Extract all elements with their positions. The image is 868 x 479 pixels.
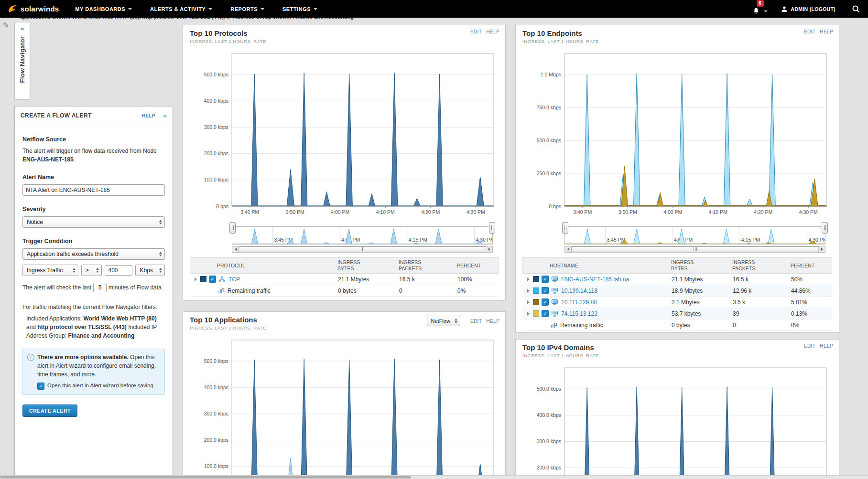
trigger-condition-heading: Trigger Condition — [22, 238, 165, 245]
nav-menu-reports[interactable]: REPORTS — [230, 6, 264, 12]
svg-text:200.0 kbps: 200.0 kbps — [204, 437, 228, 443]
nav-menu-label: ALERTS & ACTIVITY — [150, 6, 206, 12]
traffic-direction-select[interactable]: Ingress Traffic — [22, 265, 78, 276]
threshold-input[interactable] — [105, 265, 132, 276]
row-link[interactable]: 10.199.14.118 — [561, 287, 597, 294]
row-checkbox[interactable]: ✓ — [542, 276, 549, 283]
nav-menu-alerts-activity[interactable]: ALERTS & ACTIVITY — [150, 6, 212, 12]
row-name-cell: Remaining traffic — [522, 322, 672, 329]
svg-text:500.0 kbps: 500.0 kbps — [204, 358, 228, 364]
row-name-cell: ✓TCP — [190, 276, 338, 283]
chart-scrollbar[interactable] — [564, 246, 825, 253]
row-link[interactable]: ENG-AUS-NET-185.lab.na — [561, 276, 629, 283]
info-text: There are more options available. Open t… — [37, 353, 160, 379]
expand-caret-icon[interactable] — [526, 312, 533, 316]
nav-menu-settings[interactable]: SETTINGS — [282, 6, 317, 12]
unit-select[interactable]: Kbps — [135, 265, 165, 276]
create-alert-button[interactable]: CREATE ALERT — [22, 404, 77, 417]
operator-select[interactable]: > — [81, 265, 102, 276]
svg-text:750.0 kbps: 750.0 kbps — [537, 105, 561, 110]
flow-type-select[interactable]: NetFlow — [427, 316, 460, 326]
filters-intro: For traffic matching the current Flow Na… — [22, 303, 165, 311]
wizard-checkbox[interactable]: ✓ — [37, 383, 44, 390]
info-icon: i — [27, 354, 34, 361]
alert-name-input[interactable] — [22, 184, 165, 196]
filters-detail: Included Applications: World Wide Web HT… — [26, 314, 165, 340]
user-menu[interactable]: ADMIN (LOGOUT) — [781, 6, 835, 12]
time-range-overview-chart[interactable]: 3:45 PM4:00 PM4:15 PM4:30 PM — [564, 226, 825, 245]
edit-link[interactable]: EDIT — [470, 319, 482, 324]
edit-page-icon[interactable]: ✎ — [3, 21, 9, 30]
help-link[interactable]: HELP — [820, 343, 833, 349]
row-checkbox[interactable]: ✓ — [542, 310, 549, 317]
expand-icon[interactable]: » — [21, 25, 24, 32]
table-row: Remaining traffic0 bytes00% — [190, 285, 499, 297]
series-color-chip — [200, 276, 206, 282]
svg-text:100.0 kbps: 100.0 kbps — [204, 463, 228, 469]
expand-caret-icon[interactable] — [526, 289, 533, 293]
trigger-condition-select[interactable]: Application traffic exceeds threshold — [22, 248, 165, 260]
collapse-panel-icon[interactable]: « — [163, 112, 167, 119]
filter-summary-clipped: applications shown: World Wide Web HTTP … — [20, 18, 641, 21]
panel-help-link[interactable]: HELP — [142, 113, 155, 118]
scroll-right-arrow[interactable] — [818, 246, 825, 252]
nav-menus: MY DASHBOARDSALERTS & ACTIVITYREPORTSSET… — [75, 6, 752, 12]
expand-caret-icon[interactable] — [526, 300, 533, 304]
cell-value: 12.96 k — [733, 287, 791, 294]
scrollbar-thumb[interactable] — [571, 246, 819, 252]
time-range-overview-chart[interactable]: 3:45 PM4:00 PM4:15 PM4:30 PM — [232, 226, 493, 245]
svg-text:250.0 kbps: 250.0 kbps — [537, 170, 561, 176]
edit-link[interactable]: EDIT — [804, 29, 815, 34]
row-name-cell: ✓74.115.13.122 — [522, 310, 672, 317]
scroll-right-arrow[interactable] — [486, 246, 492, 252]
row-link[interactable]: 10.111.229.80 — [561, 299, 597, 306]
row-checkbox[interactable]: ✓ — [542, 287, 549, 294]
solarwinds-logo[interactable]: solarwinds — [8, 4, 59, 14]
row-link[interactable]: TCP — [228, 276, 240, 283]
check-interval-line: The alert will check the last minutes of… — [22, 283, 165, 292]
range-handle-left[interactable] — [229, 222, 236, 234]
edit-link[interactable]: EDIT — [804, 343, 815, 349]
table-header-row: HOSTNAMEINGRESS BYTESINGRESS PACKETSPERC… — [522, 257, 832, 274]
chart-scrollbar[interactable] — [232, 246, 493, 253]
scroll-left-arrow[interactable] — [232, 246, 239, 252]
cell-value: 44.86% — [791, 287, 832, 294]
help-link[interactable]: HELP — [486, 319, 499, 324]
horizontal-scrollbar-thumb[interactable] — [0, 476, 411, 479]
notifications-button[interactable]: 6 — [752, 3, 768, 15]
cell-value: 5.01% — [791, 299, 832, 306]
cell-value: 39 — [733, 310, 791, 317]
check-text-before: The alert will check the last — [22, 283, 91, 292]
help-link[interactable]: HELP — [820, 29, 833, 34]
column-header: PERCENT — [791, 263, 832, 269]
severity-select[interactable]: Notice — [22, 216, 165, 228]
edit-link[interactable]: EDIT — [470, 29, 482, 34]
top-navbar: solarwinds MY DASHBOARDSALERTS & ACTIVIT… — [0, 0, 868, 18]
help-link[interactable]: HELP — [486, 29, 499, 34]
cell-value: 16.5 k — [399, 276, 457, 283]
flow-navigator-tab[interactable]: » Flow Navigator — [14, 22, 30, 99]
scrollbar-thumb[interactable] — [239, 246, 486, 252]
cell-value: 2.1 Mbytes — [672, 299, 733, 306]
expand-caret-icon[interactable] — [526, 277, 533, 281]
svg-text:4:10 PM: 4:10 PM — [709, 209, 727, 215]
page: solarwinds MY DASHBOARDSALERTS & ACTIVIT… — [0, 0, 868, 479]
row-checkbox[interactable]: ✓ — [542, 298, 549, 306]
expand-caret-icon[interactable] — [194, 277, 200, 281]
table-header-row: PROTOCOLINGRESS BYTESINGRESS PACKETSPERC… — [190, 257, 499, 274]
range-handle-left[interactable] — [562, 222, 568, 234]
remaining-icon — [551, 322, 558, 328]
horizontal-scrollbar[interactable] — [0, 475, 868, 479]
check-minutes-input[interactable] — [93, 283, 107, 292]
row-checkbox[interactable]: ✓ — [209, 276, 216, 283]
row-link[interactable]: 74.115.13.122 — [561, 310, 597, 317]
range-handle-right[interactable] — [822, 222, 828, 234]
flow-type-value: NetFlow — [431, 318, 450, 324]
cell-value: 100% — [457, 276, 499, 283]
range-handle-right[interactable] — [489, 222, 495, 234]
nav-menu-my-dashboards[interactable]: MY DASHBOARDS — [75, 6, 132, 12]
traffic-direction-value: Ingress Traffic — [27, 267, 68, 274]
select-arrows-icon — [73, 268, 76, 273]
scroll-left-arrow[interactable] — [565, 246, 572, 252]
search-button[interactable] — [852, 5, 860, 13]
